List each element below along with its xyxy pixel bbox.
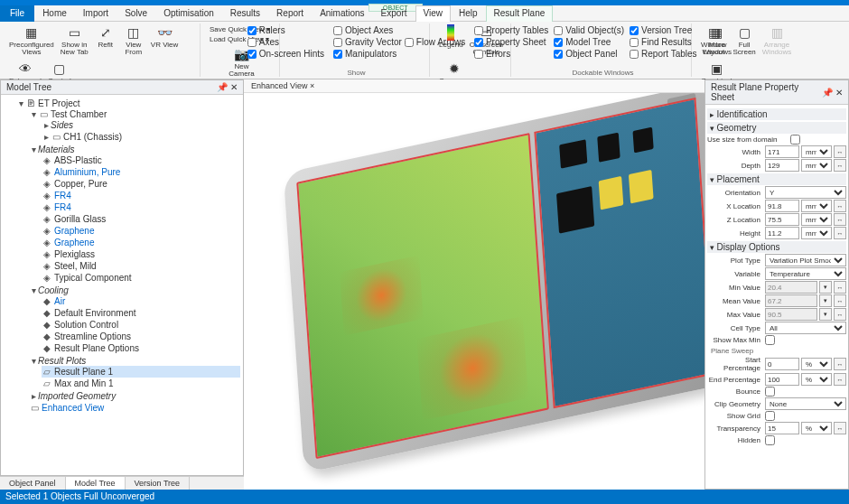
- tree-node-material[interactable]: ABS-Plastic: [54, 155, 102, 165]
- action-button[interactable]: ▾: [819, 294, 832, 307]
- tree-node-cooling-item[interactable]: Default Environment: [54, 308, 136, 318]
- tab-import[interactable]: Import: [75, 5, 117, 22]
- nudge-button[interactable]: ↔: [834, 373, 846, 386]
- tab-view[interactable]: View: [415, 5, 452, 22]
- rulers-checkbox[interactable]: Rulers: [247, 25, 324, 35]
- property-sheet-checkbox[interactable]: Property Sheet: [474, 37, 548, 47]
- nudge-button[interactable]: ↔: [834, 294, 846, 307]
- orientation-select[interactable]: Y: [765, 186, 846, 199]
- nudge-button[interactable]: ↔: [834, 145, 846, 158]
- flow-arrows-checkbox[interactable]: [405, 38, 414, 47]
- tree-node-test-chamber[interactable]: Test Chamber: [51, 109, 107, 119]
- nudge-button[interactable]: ↔: [834, 358, 846, 370]
- variable-select[interactable]: Temperature: [765, 267, 846, 280]
- unit-select[interactable]: %: [801, 358, 832, 370]
- unit-select[interactable]: mm: [801, 213, 832, 226]
- tree-node-max-min-1[interactable]: Max and Min 1: [54, 378, 114, 388]
- arrange-windows-button[interactable]: ▥Arrange Windows: [760, 23, 793, 57]
- depth-unit[interactable]: mm: [801, 159, 832, 172]
- cell-type-select[interactable]: All: [765, 322, 846, 334]
- tab-export[interactable]: Export: [373, 5, 415, 22]
- depth-input[interactable]: [765, 159, 799, 172]
- find-results-checkbox[interactable]: Find Results: [630, 37, 697, 47]
- show-in-new-tab-button[interactable]: ▭Show in New Tab: [59, 23, 90, 57]
- start-percentage-input[interactable]: [765, 358, 799, 370]
- version-tree-checkbox[interactable]: Version Tree: [630, 25, 697, 35]
- bottom-tab-object-panel[interactable]: Object Panel: [0, 477, 66, 490]
- tree-node-material[interactable]: Gorilla Glass: [54, 214, 106, 224]
- tab-help[interactable]: Help: [451, 5, 486, 22]
- tree-node-cooling[interactable]: Cooling: [38, 285, 69, 295]
- tab-report[interactable]: Report: [268, 5, 312, 22]
- model-tree[interactable]: ▾🖹ET Project ▾▭Test Chamber ▸Sides ▸▭CH1…: [1, 95, 243, 475]
- unit-select[interactable]: mm: [801, 200, 832, 212]
- unit-select[interactable]: %: [801, 422, 832, 434]
- refit-button[interactable]: ⤢Refit: [93, 23, 118, 50]
- action-button[interactable]: ▾: [819, 281, 832, 294]
- tab-optimisation[interactable]: Optimisation: [155, 5, 222, 22]
- tree-node-material[interactable]: FR4: [54, 191, 71, 201]
- tree-node-material[interactable]: FR4: [54, 202, 71, 212]
- clip-geometry-select[interactable]: None: [765, 397, 846, 410]
- height-input[interactable]: [765, 227, 799, 239]
- tree-node-cooling-item[interactable]: Result Plane Options: [54, 343, 139, 353]
- tree-node-materials[interactable]: Materials: [38, 145, 75, 154]
- pin-icon[interactable]: 📌: [822, 88, 833, 98]
- tree-node-enhanced-view[interactable]: Enhanced View: [42, 403, 104, 413]
- model-tree-checkbox[interactable]: Model Tree: [554, 37, 624, 47]
- tab-result-plane[interactable]: Result Plane: [486, 5, 554, 22]
- tree-node-cooling-item[interactable]: Air: [54, 296, 65, 306]
- show-max-min-checkbox[interactable]: [765, 335, 775, 345]
- tree-node-cooling-item[interactable]: Streamline Options: [54, 331, 131, 341]
- tree-node-material[interactable]: Plexiglass: [54, 249, 95, 259]
- end-percentage-input[interactable]: [765, 373, 799, 386]
- nudge-button[interactable]: ↔: [834, 159, 846, 172]
- errors-checkbox[interactable]: Errors: [474, 49, 548, 59]
- vr-view-button[interactable]: 👓VR View: [149, 23, 181, 50]
- tree-node-ch1[interactable]: CH1 (Chassis): [63, 132, 122, 142]
- unit-select[interactable]: %: [801, 373, 832, 386]
- window-layout-button[interactable]: ▤Window Layout: [699, 23, 728, 57]
- width-unit[interactable]: mm: [801, 145, 832, 158]
- tab-home[interactable]: Home: [34, 5, 75, 22]
- tree-node-material[interactable]: Graphene: [54, 226, 94, 236]
- action-button[interactable]: ▾: [819, 308, 832, 321]
- bottom-tab-model-tree[interactable]: Model Tree: [66, 477, 126, 490]
- transparency-input[interactable]: [765, 422, 799, 434]
- nudge-button[interactable]: ↔: [834, 281, 846, 294]
- tree-node-sides[interactable]: Sides: [51, 120, 73, 130]
- nudge-button[interactable]: ↔: [834, 308, 846, 321]
- nudge-button[interactable]: ↔: [834, 200, 846, 212]
- tree-node-result-plane-1[interactable]: Result Plane 1: [54, 367, 113, 377]
- pin-icon[interactable]: 📌: [217, 82, 228, 92]
- tab-results[interactable]: Results: [222, 5, 268, 22]
- tree-node-material[interactable]: Typical Component: [54, 273, 132, 283]
- tab-solve[interactable]: Solve: [117, 5, 155, 22]
- close-icon[interactable]: ✕: [230, 82, 238, 92]
- view-from-button[interactable]: ◫View From: [121, 23, 146, 57]
- viewport[interactable]: [244, 93, 704, 490]
- tree-node-project[interactable]: ET Project: [38, 98, 80, 108]
- tree-node-material[interactable]: Graphene: [54, 238, 94, 247]
- group-display-options[interactable]: ▾ Display Options: [707, 241, 846, 253]
- width-input[interactable]: [765, 145, 799, 158]
- tab-animations[interactable]: Animations: [312, 5, 372, 22]
- use-size-checkbox[interactable]: [790, 135, 800, 145]
- nudge-button[interactable]: ↔: [834, 213, 846, 226]
- close-icon[interactable]: ✕: [835, 88, 843, 98]
- valid-objects-checkbox[interactable]: Valid Object(s): [554, 25, 624, 35]
- tree-node-cooling-item[interactable]: Solution Control: [54, 320, 118, 330]
- plot-type-select[interactable]: Variation Plot Smooth: [765, 254, 846, 266]
- legend-button[interactable]: Legend: [437, 23, 465, 50]
- bottom-tab-version-tree[interactable]: Version Tree: [126, 477, 191, 490]
- bounce-checkbox[interactable]: [765, 387, 775, 397]
- tree-node-result-plots[interactable]: Result Plots: [38, 356, 86, 366]
- group-placement[interactable]: ▾ Placement: [707, 173, 846, 185]
- hidden-checkbox[interactable]: [765, 435, 775, 445]
- nudge-button[interactable]: ↔: [834, 422, 846, 434]
- xlocation-input[interactable]: [765, 200, 799, 212]
- tree-node-imported-geometry[interactable]: Imported Geometry: [38, 391, 116, 401]
- tree-node-material[interactable]: Steel, Mild: [54, 261, 97, 271]
- nudge-button[interactable]: ↔: [834, 227, 846, 239]
- full-screen-button[interactable]: ▢Full Screen: [731, 23, 757, 57]
